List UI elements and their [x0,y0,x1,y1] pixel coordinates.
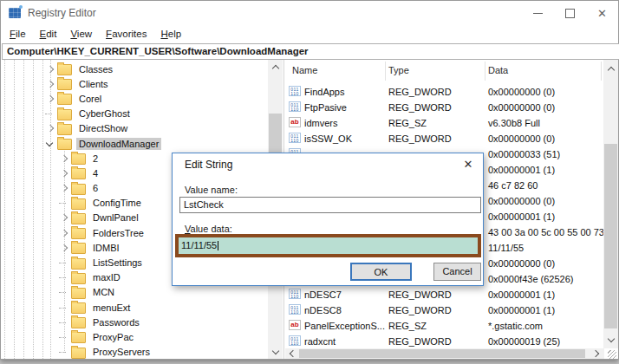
value-row-issswok[interactable]: 011110isSSW_OKREG_DWORD0x00000000 (0) [285,131,604,146]
folder-icon [71,168,86,179]
menu-bar: File Edit View Favorites Help [1,25,618,42]
value-row-findapps[interactable]: 011110FindAppsREG_DWORD0x00000000 (0) [285,84,604,100]
folder-icon [71,184,86,195]
value-row-idmvers[interactable]: abidmversREG_SZv6.30b8 Full [285,115,604,131]
folder-icon [71,198,86,210]
list-horizontal-scrollbar[interactable] [285,348,604,359]
chevron-right-icon[interactable] [58,243,70,253]
chevron-right-icon[interactable] [58,168,70,179]
chevron-down-icon[interactable] [44,139,56,149]
reg-sz-icon: ab [289,117,301,127]
column-header-data[interactable]: Data [488,65,508,75]
scroll-left-icon[interactable] [285,348,299,359]
menu-file[interactable]: File [3,27,33,41]
reg-dword-icon: 011110 [289,133,301,143]
tree-item-clients[interactable]: Clients [1,76,268,91]
value-row-panelexceptions[interactable]: abPanelExceptionS...REG_SZ*.gstatic.com [285,318,604,334]
desktop: Registry Editor ✕ File Edit View Favorit… [0,0,619,364]
scroll-up-icon[interactable] [603,62,618,75]
resize-grip[interactable] [608,350,616,359]
reg-sz-icon: ab [289,320,301,330]
tree-connector [58,332,70,342]
folder-icon [71,243,86,254]
edit-string-dialog: Edit String ✕ Value name: LstCheck Value… [172,153,484,286]
chevron-right-icon[interactable] [58,228,70,238]
minimize-button[interactable] [522,1,554,25]
tree-item-classes[interactable]: Classes [1,62,268,76]
caption-buttons: ✕ [522,1,618,25]
close-icon: ✕ [597,8,607,19]
folder-icon [71,288,86,299]
scroll-down-icon[interactable] [268,345,283,359]
maximize-icon [565,9,575,18]
column-divider[interactable] [385,62,386,81]
tree-item-downloadmanager[interactable]: DownloadManager [1,136,268,151]
reg-dword-icon: 011110 [289,335,301,346]
folder-icon [71,153,86,165]
folder-icon [57,79,72,90]
chevron-right-icon[interactable] [44,64,56,75]
folder-icon [57,94,72,105]
menu-favorites[interactable]: Favorites [99,27,153,41]
chevron-right-icon[interactable] [58,153,70,164]
close-button[interactable]: ✕ [586,1,618,25]
value-name-input[interactable]: LstCheck [179,197,481,213]
tree-connector [58,347,70,357]
tree-connector [58,317,70,328]
tree-connector [58,257,70,268]
chevron-right-icon[interactable] [44,79,56,89]
value-name-label: Value name: [185,185,238,195]
text-caret [218,241,218,250]
tree-item-proxypac[interactable]: ProxyPac [1,329,268,344]
tree-connector [58,302,70,313]
chevron-right-icon[interactable] [58,183,70,193]
column-header-name[interactable]: Name [292,65,317,75]
registry-editor-window: Registry Editor ✕ File Edit View Favorit… [0,0,619,360]
value-row-radxcnt[interactable]: 011110radxcntREG_DWORD0x00000019 (25) [285,334,604,349]
address-input[interactable]: Computer\HKEY_CURRENT_USER\Software\Down… [2,43,619,60]
horizontal-scrollbar-thumb[interactable] [299,349,585,358]
list-scrollbar[interactable] [603,60,618,348]
tree-connector [58,272,70,283]
column-divider[interactable] [601,62,602,81]
column-header-type[interactable]: Type [388,65,409,75]
reg-dword-icon: 011110 [289,289,301,299]
tree-item-cyberghost[interactable]: CyberGhost [1,107,268,121]
chevron-right-icon[interactable] [58,212,70,223]
scroll-down-icon[interactable] [603,333,618,347]
menu-view[interactable]: View [63,27,99,41]
scroll-right-icon[interactable] [590,348,604,359]
minimize-icon [533,13,543,14]
reg-dword-icon: 011110 [289,101,301,112]
tree-connector [58,198,70,208]
tree-item-mcn[interactable]: MCN [1,285,268,300]
cancel-button[interactable]: Cancel [433,263,481,281]
dialog-title: Edit String [185,159,232,171]
dialog-close-icon[interactable]: ✕ [460,157,476,172]
value-data-input[interactable]: 11/11/55 [175,234,481,257]
tree-item-menuext[interactable]: menuExt [1,300,268,315]
ok-button[interactable]: OK [350,263,412,281]
menu-help[interactable]: Help [153,27,188,41]
folder-icon [57,124,72,135]
chevron-right-icon[interactable] [44,94,56,104]
reg-dword-icon: 011110 [289,304,301,315]
tree-item-proxyservers[interactable]: ProxyServers [1,345,268,359]
tree-item-directshow[interactable]: DirectShow [1,121,268,136]
tree-item-corel[interactable]: Corel [1,91,268,106]
tree-item-passwords[interactable]: Passwords [1,315,268,329]
chevron-right-icon[interactable] [44,123,56,133]
value-row-ndesc8[interactable]: 011110nDESC8REG_DWORD0x00000001 (1) [285,302,604,318]
value-row-ftppasive[interactable]: 011110FtpPasiveREG_DWORD0x00000000 (0) [285,100,604,115]
dialog-title-bar[interactable]: Edit String ✕ [173,153,483,176]
folder-icon [71,317,86,328]
column-divider[interactable] [485,62,485,81]
value-row-ndesc7[interactable]: 011110nDESC7REG_DWORD0x00000001 (1) [285,287,604,302]
scroll-up-icon[interactable] [268,60,283,74]
menu-edit[interactable]: Edit [33,27,64,41]
folder-icon [71,228,86,239]
title-bar[interactable]: Registry Editor ✕ [1,1,618,25]
folder-icon [71,348,86,359]
maximize-button[interactable] [554,1,586,25]
list-scrollbar-thumb[interactable] [604,144,617,328]
